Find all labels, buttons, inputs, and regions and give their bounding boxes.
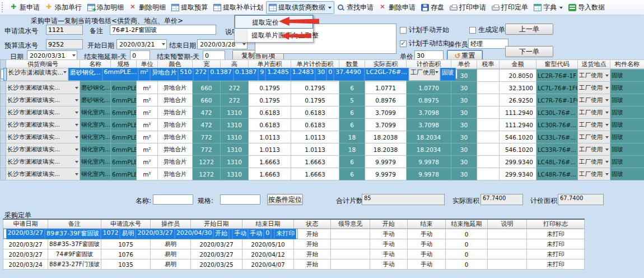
cell[interactable]: 0 — [446, 229, 488, 239]
cell[interactable]: 472 — [193, 106, 221, 119]
toolbar-button-add-detail[interactable]: 添加明细 — [85, 1, 127, 14]
cell[interactable]: 0.8975 — [407, 94, 451, 106]
cell[interactable] — [477, 106, 500, 119]
cell[interactable]: 1035 — [101, 260, 151, 270]
cell[interactable]: 手动 — [408, 249, 446, 260]
cell[interactable]: 1.0113 — [291, 143, 339, 156]
cell[interactable]: m² — [137, 94, 158, 106]
cell[interactable]: 易明 — [120, 229, 136, 239]
cell[interactable]: 未打印 — [527, 229, 585, 239]
cell[interactable]: 6mmPLE... — [102, 68, 139, 81]
cell[interactable]: 510 — [178, 68, 193, 81]
cell[interactable]: 18.2034 — [407, 131, 451, 143]
cell[interactable]: 660 — [193, 94, 221, 106]
column-header[interactable]: 送货地点 — [578, 60, 610, 69]
cell[interactable]: 299.9340 — [500, 168, 536, 180]
cell[interactable]: 钢化室内... — [80, 168, 111, 180]
cell[interactable]: 开始 — [294, 249, 331, 260]
cell[interactable]: 固玻 — [610, 156, 644, 168]
cell[interactable]: 1.0770 — [407, 82, 451, 94]
column-header[interactable]: 窗型代码 — [536, 60, 578, 69]
cell[interactable]: 手动 — [370, 249, 408, 260]
cell[interactable]: 2020/05/10 — [242, 239, 294, 249]
cell[interactable]: LC30L-76#... — [536, 106, 578, 119]
column-header[interactable]: 结束日期 — [242, 219, 294, 229]
cell[interactable]: 111.2940 — [500, 106, 536, 119]
cell[interactable]: 2020/03/27 — [6, 229, 45, 239]
combo-cell[interactable]: 工厂使用 — [578, 131, 610, 143]
cell[interactable]: LC30R-76#... — [536, 119, 578, 131]
combo-cell[interactable]: 工厂使用 — [578, 143, 610, 156]
combo-cell[interactable]: 工厂使用 — [578, 106, 610, 119]
combo-cell[interactable]: 长沙市潇湘玻璃实... — [6, 131, 80, 143]
cell[interactable]: 0.1795 — [291, 94, 339, 106]
cell[interactable]: 固玻 — [610, 131, 644, 143]
cell[interactable]: 0 — [446, 249, 488, 260]
cell[interactable]: 88#23-27F门顶玻 — [48, 260, 101, 270]
toolbar-button-print-order[interactable]: 打印定单 — [489, 1, 531, 14]
cell[interactable]: 9 — [258, 68, 265, 81]
cell[interactable]: 固玻 — [610, 143, 644, 156]
locate-by-condition-button[interactable]: 按条件定位 — [267, 194, 303, 205]
cell[interactable]: 开始 — [213, 229, 229, 239]
cell[interactable]: LC48L-76#... — [536, 156, 578, 168]
cell[interactable]: 易明 — [151, 260, 191, 270]
cell[interactable]: 20.8050 — [500, 70, 536, 82]
cell[interactable]: 手动 — [408, 229, 446, 239]
cell[interactable]: 546.1020 — [500, 131, 536, 143]
cell[interactable]: 9.9978 — [407, 156, 451, 168]
cell[interactable]: 472 — [193, 119, 221, 131]
cell[interactable]: 30 — [315, 68, 326, 81]
cell[interactable]: 2020/03/27 — [3, 249, 48, 260]
cell[interactable]: LC7L-76#-1FO — [536, 82, 578, 94]
cell[interactable]: 异地合片 — [158, 94, 193, 106]
cell[interactable]: 6mmPLE... — [111, 168, 137, 180]
cell[interactable]: m² — [137, 106, 158, 119]
toolbar-button-save[interactable]: 存盘 — [418, 1, 447, 14]
cell[interactable]: 32.3100 — [500, 82, 536, 94]
cell[interactable] — [488, 229, 527, 239]
cell[interactable]: 1.6663 — [249, 156, 291, 168]
cell[interactable]: 异地合片 — [158, 82, 193, 94]
combo-cell[interactable]: 长沙市潇湘玻璃实... — [6, 156, 80, 168]
column-header[interactable]: 领导意见 — [331, 219, 370, 229]
cell[interactable]: 易明 — [151, 239, 191, 249]
cell[interactable]: 30 — [451, 82, 477, 94]
cell[interactable]: 1076 — [101, 249, 151, 260]
toolbar-button-add-row[interactable]: 添加单行 — [43, 1, 85, 14]
cell[interactable]: 1310 — [221, 106, 249, 119]
cell[interactable]: 5 — [339, 94, 365, 106]
column-header[interactable]: 开始 — [370, 219, 408, 229]
cell[interactable]: 手动 — [408, 239, 446, 249]
cell[interactable]: 手动 — [370, 260, 408, 270]
cell[interactable]: 0.6183 — [249, 119, 291, 131]
cell[interactable]: 异地合片 — [158, 119, 193, 131]
cell[interactable]: 6mmPLE... — [111, 94, 137, 106]
column-header[interactable]: 结束 — [408, 219, 446, 229]
cell[interactable]: 1.0113 — [291, 131, 339, 143]
cell[interactable]: 0.6183 — [249, 106, 291, 119]
cell[interactable]: 开始 — [294, 260, 331, 270]
operator-input[interactable] — [468, 39, 508, 49]
cell[interactable]: 0 — [326, 68, 334, 81]
cell[interactable]: 1075 — [101, 239, 151, 249]
cell[interactable]: 磨砂钢化... — [80, 82, 111, 94]
cell[interactable]: 6 — [339, 168, 365, 180]
cell[interactable]: 9.9979 — [365, 168, 407, 180]
toolbar-button-import-data[interactable]: 导入数据 — [566, 1, 608, 14]
cell[interactable]: 1.2483 — [291, 68, 316, 81]
cell[interactable]: 660 — [193, 82, 221, 94]
manual-start-checkbox[interactable]: 计划手动开始 — [400, 25, 449, 35]
cell[interactable] — [477, 70, 500, 82]
cell[interactable]: 0 — [446, 239, 488, 249]
cell[interactable]: 1272 — [193, 168, 221, 180]
cell[interactable]: 异地合片 — [150, 68, 178, 81]
combo-cell[interactable]: 长沙市潇湘玻璃实... — [6, 94, 80, 106]
cell[interactable] — [477, 94, 500, 106]
cell[interactable]: 1310 — [221, 143, 249, 156]
serial-input[interactable] — [46, 25, 83, 35]
cell[interactable]: 272 — [221, 82, 249, 94]
cell[interactable]: 272 — [221, 94, 249, 106]
cell[interactable]: 2020/03/25 — [191, 260, 242, 270]
cell[interactable]: 6mmPLE... — [111, 156, 137, 168]
